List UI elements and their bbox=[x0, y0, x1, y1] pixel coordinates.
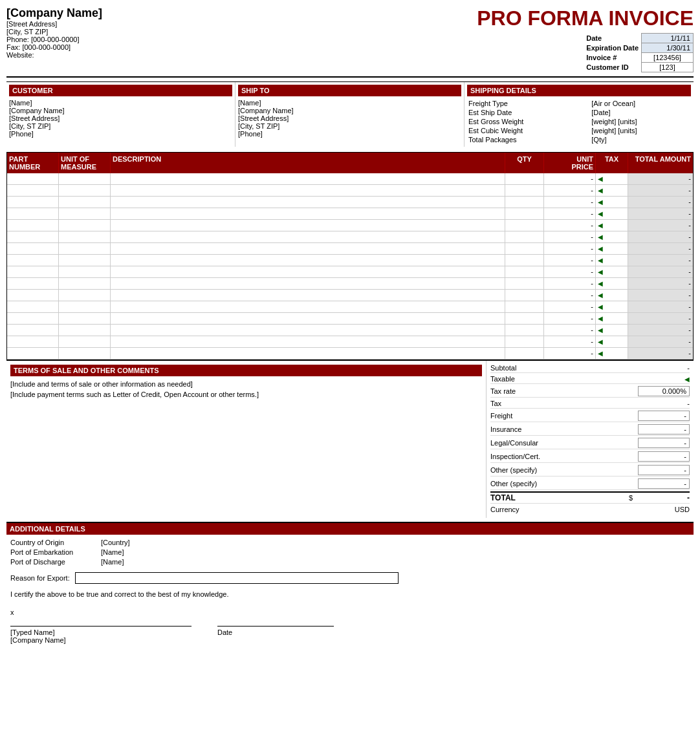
freight-type-label: Freight Type bbox=[467, 99, 590, 108]
cell-price: - bbox=[544, 348, 596, 359]
taxable-value: ◀ bbox=[638, 375, 690, 383]
inspection-label: Inspection/Cert. bbox=[490, 453, 540, 460]
tax-row: Tax - bbox=[490, 399, 690, 409]
gross-weight-value: [weight] [units] bbox=[590, 117, 691, 126]
reason-input[interactable] bbox=[75, 572, 399, 584]
cell-price: - bbox=[544, 173, 596, 184]
cell-part bbox=[7, 231, 59, 242]
cell-uom bbox=[59, 301, 111, 312]
cell-tax: ◀ bbox=[596, 208, 628, 219]
cell-desc bbox=[111, 290, 505, 301]
cell-desc bbox=[111, 185, 505, 196]
other2-value[interactable]: - bbox=[638, 478, 690, 489]
typed-name: [Typed Name] bbox=[10, 628, 191, 636]
cell-qty bbox=[505, 313, 544, 324]
customer-header: CUSTOMER bbox=[9, 85, 232, 96]
bottom-section: TERMS OF SALE AND OTHER COMMENTS [Includ… bbox=[6, 360, 694, 518]
tax-label: Tax bbox=[490, 400, 501, 407]
ship-address: [Street Address] bbox=[238, 114, 461, 122]
additional-section: ADDITIONAL DETAILS Country of Origin [Co… bbox=[6, 522, 694, 648]
cell-desc bbox=[111, 278, 505, 289]
inspection-value[interactable]: - bbox=[638, 451, 690, 462]
cell-qty bbox=[505, 173, 544, 184]
cell-price: - bbox=[544, 301, 596, 312]
cell-total: - bbox=[628, 325, 693, 336]
invoice-num-label: Invoice # bbox=[584, 53, 641, 63]
tax-flag-icon: ◀ bbox=[598, 327, 603, 334]
discharge-row: Port of Discharge [Name] bbox=[10, 558, 690, 566]
legal-label: Legal/Consular bbox=[490, 439, 538, 447]
cell-tax: ◀ bbox=[596, 336, 628, 347]
cell-total: - bbox=[628, 173, 693, 184]
cell-total: - bbox=[628, 278, 693, 289]
cell-qty bbox=[505, 208, 544, 219]
discharge-label: Port of Discharge bbox=[10, 558, 94, 566]
ship-company: [Company Name] bbox=[238, 107, 461, 114]
tax-rate-value[interactable]: 0.000% bbox=[638, 386, 690, 396]
cell-tax: ◀ bbox=[596, 266, 628, 277]
tax-flag-icon: ◀ bbox=[598, 315, 603, 322]
invoice-title: PRO FORMA INVOICE bbox=[477, 6, 694, 30]
legal-row: Legal/Consular - bbox=[490, 437, 690, 449]
info-grid: CUSTOMER [Name] [Company Name] [Street A… bbox=[6, 81, 694, 147]
col-description: DESCRIPTION bbox=[111, 153, 505, 173]
customer-name: [Name] bbox=[9, 99, 232, 107]
tax-flag-icon: ◀ bbox=[598, 257, 603, 264]
cell-part bbox=[7, 255, 59, 266]
tax-flag-icon: ◀ bbox=[598, 187, 603, 194]
cell-price: - bbox=[544, 243, 596, 254]
cell-price: - bbox=[544, 185, 596, 196]
freight-value[interactable]: - bbox=[638, 411, 690, 421]
terms-line1: [Include and terms of sale or other info… bbox=[10, 380, 482, 388]
cell-part bbox=[7, 266, 59, 277]
date-value: 1/1/11 bbox=[642, 34, 694, 43]
legal-value[interactable]: - bbox=[638, 438, 690, 448]
cell-part bbox=[7, 336, 59, 347]
cell-desc bbox=[111, 313, 505, 324]
cell-desc bbox=[111, 255, 505, 266]
additional-content: Country of Origin [Country] Port of Emba… bbox=[6, 535, 694, 648]
cell-tax: ◀ bbox=[596, 278, 628, 289]
other2-label: Other (specify) bbox=[490, 480, 537, 488]
cell-total: - bbox=[628, 348, 693, 359]
customer-address: [Street Address] bbox=[9, 114, 232, 122]
tax-flag-icon: ◀ bbox=[598, 198, 603, 206]
discharge-value: [Name] bbox=[101, 558, 124, 566]
other1-value[interactable]: - bbox=[638, 465, 690, 475]
tax-flag-icon: ◀ bbox=[598, 303, 603, 310]
invoice-title-section: PRO FORMA INVOICE Date 1/1/11 Expiration… bbox=[477, 6, 694, 72]
inspection-row: Inspection/Cert. - bbox=[490, 451, 690, 463]
customer-city: [City, ST ZIP] bbox=[9, 122, 232, 130]
table-row: -◀- bbox=[7, 266, 693, 278]
cell-part bbox=[7, 220, 59, 231]
cell-price: - bbox=[544, 336, 596, 347]
table-row: -◀- bbox=[7, 208, 693, 220]
taxable-label: Taxable bbox=[490, 375, 515, 383]
other2-row: Other (specify) - bbox=[490, 478, 690, 490]
cell-total: - bbox=[628, 255, 693, 266]
cell-qty bbox=[505, 278, 544, 289]
cell-total: - bbox=[628, 266, 693, 277]
cell-total: - bbox=[628, 301, 693, 312]
cell-tax: ◀ bbox=[596, 325, 628, 336]
cell-part bbox=[7, 173, 59, 184]
customer-company: [Company Name] bbox=[9, 107, 232, 114]
cell-desc bbox=[111, 197, 505, 208]
tax-flag-icon: ◀ bbox=[598, 210, 603, 217]
x-label: x bbox=[10, 608, 191, 616]
company-info: [Company Name] [Street Address] [City, S… bbox=[6, 6, 477, 59]
table-row: -◀- bbox=[7, 290, 693, 301]
insurance-value[interactable]: - bbox=[638, 424, 690, 434]
signature-block: x [Typed Name] [Company Name] bbox=[10, 608, 191, 644]
tax-flag-icon: ◀ bbox=[598, 292, 603, 299]
table-row: -◀- bbox=[7, 231, 693, 243]
terms-header: TERMS OF SALE AND OTHER COMMENTS bbox=[10, 365, 482, 376]
cell-price: - bbox=[544, 278, 596, 289]
cell-tax: ◀ bbox=[596, 255, 628, 266]
cell-part bbox=[7, 243, 59, 254]
cell-tax: ◀ bbox=[596, 313, 628, 324]
tax-flag-icon: ◀ bbox=[598, 350, 603, 357]
cell-part bbox=[7, 325, 59, 336]
cell-part bbox=[7, 290, 59, 301]
freight-row: Freight - bbox=[490, 410, 690, 422]
